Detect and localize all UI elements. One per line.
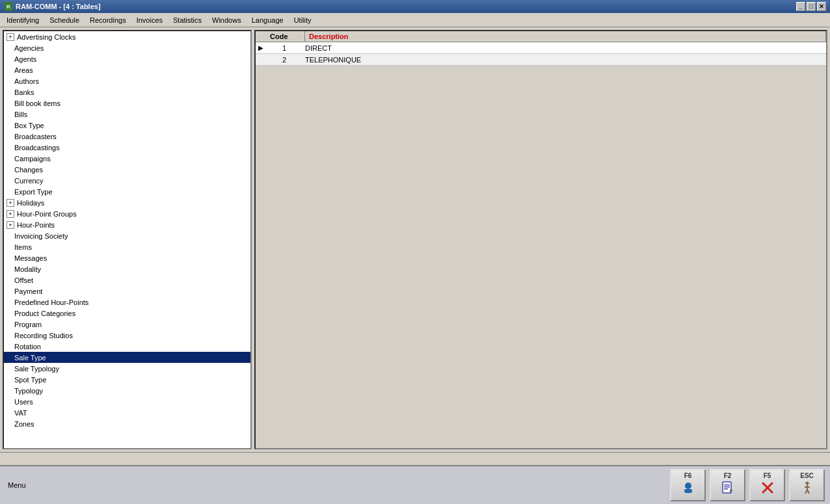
tree-item-label-hour-point-groups: Hour-Point Groups	[17, 210, 77, 218]
tree-item-agencies[interactable]: Agencies	[4, 42, 250, 53]
tree-item-box-type[interactable]: Box Type	[4, 120, 250, 131]
tree-item-campaigns[interactable]: Campaigns	[4, 153, 250, 164]
tree-item-label-typology: Typology	[14, 387, 43, 395]
tree-item-broadcasters[interactable]: Broadcasters	[4, 131, 250, 142]
tree-item-sale-typology[interactable]: Sale Typology	[4, 363, 250, 374]
menu-utility[interactable]: Utility	[289, 13, 317, 27]
menu-invoices[interactable]: Invoices	[131, 13, 168, 27]
menu-statistics[interactable]: Statistics	[168, 13, 207, 27]
tree-item-holidays[interactable]: +Holidays	[4, 197, 250, 208]
tree-item-items[interactable]: Items	[4, 241, 250, 252]
tree-item-changes[interactable]: Changes	[4, 164, 250, 175]
toolbar-btn-f2[interactable]: F2	[710, 469, 745, 501]
tree-item-advertising-clocks[interactable]: +Advertising Clocks	[4, 31, 250, 42]
tree-item-predefined-hour-points[interactable]: Predefined Hour-Points	[4, 297, 250, 308]
toolbar-btn-f6[interactable]: F6	[670, 469, 706, 501]
tree-item-label-areas: Areas	[14, 66, 33, 74]
minimize-button[interactable]: _	[796, 2, 805, 11]
toolbar-btn-f5[interactable]: F5	[749, 469, 785, 501]
tree-item-bills[interactable]: Bills	[4, 109, 250, 120]
tree-item-agents[interactable]: Agents	[4, 53, 250, 64]
tree-item-label-invoicing-society: Invoicing Society	[14, 232, 68, 240]
data-grid: Code Description ▶1DIRECT2TELEPHONIQUE	[254, 30, 827, 449]
close-button[interactable]: ✕	[817, 2, 826, 11]
svg-point-0	[685, 483, 691, 489]
tree-item-label-vat: VAT	[14, 409, 27, 417]
restore-button[interactable]: □	[807, 2, 816, 11]
tree-item-label-product-categories: Product Categories	[14, 310, 75, 317]
toolbar-btn-esc[interactable]: ESC	[789, 469, 825, 501]
tree-item-users[interactable]: Users	[4, 396, 250, 407]
menu-language[interactable]: Language	[247, 13, 289, 27]
expand-icon[interactable]: +	[7, 210, 14, 218]
table-row[interactable]: 2TELEPHONIQUE	[256, 54, 826, 66]
tree-item-vat[interactable]: VAT	[4, 407, 250, 418]
btn-icon-f5	[760, 481, 775, 498]
tree-item-hour-points[interactable]: +Hour-Points	[4, 219, 250, 230]
tree-item-payment[interactable]: Payment	[4, 285, 250, 297]
tree-item-messages[interactable]: Messages	[4, 252, 250, 263]
cell-code: 1	[266, 44, 302, 53]
bottom-toolbar: Menu F6F2F5ESC	[0, 465, 830, 504]
tree-item-label-agents: Agents	[14, 55, 36, 63]
table-row[interactable]: ▶1DIRECT	[256, 42, 826, 54]
collapse-icon[interactable]: +	[7, 33, 14, 41]
cell-description: TELEPHONIQUE	[302, 55, 826, 64]
tree-item-recording-studios[interactable]: Recording Studios	[4, 330, 250, 341]
tree-item-label-broadcastings: Broadcastings	[14, 144, 60, 152]
tree-item-label-program: Program	[14, 321, 42, 328]
window-title: RAM-COMM - [4 : Tables]	[16, 3, 101, 10]
btn-icon-esc	[800, 481, 814, 498]
main-container: +Advertising ClocksAgenciesAgentsAreasAu…	[0, 27, 830, 452]
tree-item-label-zones: Zones	[14, 420, 34, 428]
menu-label: Menu	[5, 481, 26, 489]
btn-fkey-esc: ESC	[800, 472, 814, 479]
tree-item-zones[interactable]: Zones	[4, 418, 250, 429]
tree-item-offset[interactable]: Offset	[4, 274, 250, 285]
grid-rows: ▶1DIRECT2TELEPHONIQUE	[256, 42, 826, 66]
tree-item-areas[interactable]: Areas	[4, 64, 250, 75]
tree-item-label-spot-type: Spot Type	[14, 376, 46, 384]
col-header-code: Code	[266, 31, 305, 42]
tree-item-sale-type[interactable]: Sale Type	[4, 352, 250, 363]
tree-item-export-type[interactable]: Export Type	[4, 186, 250, 197]
tree-item-product-categories[interactable]: Product Categories	[4, 308, 250, 319]
tree-item-broadcastings[interactable]: Broadcastings	[4, 142, 250, 153]
tree-item-rotation[interactable]: Rotation	[4, 341, 250, 352]
btn-icon-f2	[721, 481, 735, 498]
tree-item-invoicing-society[interactable]: Invoicing Society	[4, 230, 250, 241]
tree-item-authors[interactable]: Authors	[4, 75, 250, 86]
expand-icon[interactable]: +	[7, 221, 14, 229]
tree-item-label-recording-studios: Recording Studios	[14, 332, 73, 339]
toolbar-buttons: F6F2F5ESC	[670, 469, 825, 501]
tree-item-banks[interactable]: Banks	[4, 86, 250, 98]
tree-item-label-sale-type: Sale Type	[14, 354, 46, 362]
tree-item-label-advertising-clocks: Advertising Clocks	[17, 33, 75, 41]
tree-item-label-users: Users	[14, 398, 33, 406]
tree-item-program[interactable]: Program	[4, 319, 250, 330]
expand-icon[interactable]: +	[7, 199, 14, 207]
menu-bar: Identifying Schedule Recordings Invoices…	[0, 13, 830, 27]
tree-item-typology[interactable]: Typology	[4, 385, 250, 396]
app-icon: R	[4, 2, 13, 11]
tree-item-modality[interactable]: Modality	[4, 263, 250, 274]
tree-item-label-hour-points: Hour-Points	[17, 221, 55, 229]
menu-schedule[interactable]: Schedule	[44, 13, 85, 27]
menu-recordings[interactable]: Recordings	[85, 13, 131, 27]
tree-item-label-offset: Offset	[14, 276, 33, 284]
menu-identifying[interactable]: Identifying	[1, 13, 44, 27]
grid-header: Code Description	[256, 31, 826, 42]
tree-item-label-export-type: Export Type	[14, 188, 53, 196]
tree-panel[interactable]: +Advertising ClocksAgenciesAgentsAreasAu…	[3, 30, 252, 449]
tree-item-hour-point-groups[interactable]: +Hour-Point Groups	[4, 208, 250, 219]
tree-item-bill-book-items[interactable]: Bill book items	[4, 98, 250, 109]
tree-item-spot-type[interactable]: Spot Type	[4, 374, 250, 385]
tree-item-label-box-type: Box Type	[14, 122, 44, 129]
title-bar-controls: _ □ ✕	[796, 2, 826, 11]
tree-item-label-bill-book-items: Bill book items	[14, 99, 60, 107]
svg-rect-1	[684, 489, 692, 493]
tree-item-currency[interactable]: Currency	[4, 175, 250, 186]
btn-fkey-f2: F2	[724, 472, 732, 479]
menu-windows[interactable]: Windows	[207, 13, 247, 27]
tree-item-label-payment: Payment	[14, 287, 42, 295]
